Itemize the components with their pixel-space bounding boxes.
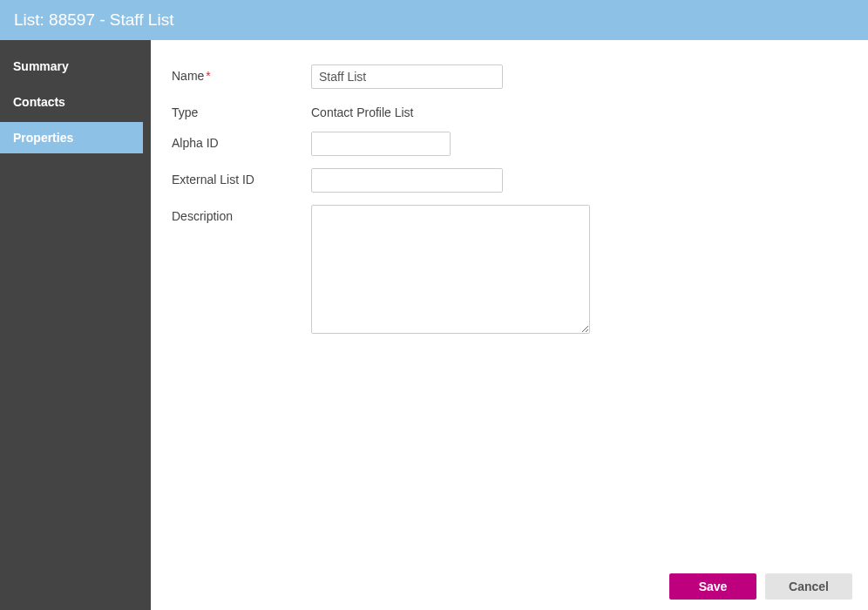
page-title: List: 88597 - Staff List — [14, 10, 173, 30]
sidebar-item-contacts[interactable]: Contacts — [0, 86, 143, 118]
name-label: Name* — [172, 64, 311, 83]
header: List: 88597 - Staff List — [0, 0, 868, 40]
type-label: Type — [172, 101, 311, 119]
description-textarea[interactable] — [311, 205, 590, 334]
alpha-id-label: Alpha ID — [172, 132, 311, 150]
sidebar-item-summary[interactable]: Summary — [0, 51, 143, 82]
main-content: Name* Type Contact Profile List Alpha ID… — [151, 40, 868, 610]
description-label: Description — [172, 205, 311, 223]
footer: Save Cancel — [151, 563, 868, 610]
sidebar-item-properties[interactable]: Properties — [0, 122, 143, 153]
required-indicator: * — [206, 69, 210, 83]
alpha-id-input[interactable] — [311, 132, 451, 156]
name-input[interactable] — [311, 64, 503, 89]
sidebar: Summary Contacts Properties — [0, 40, 151, 610]
type-value: Contact Profile List — [311, 101, 414, 119]
sidebar-item-label: Contacts — [13, 95, 65, 109]
save-button[interactable]: Save — [669, 573, 756, 600]
cancel-button[interactable]: Cancel — [765, 573, 852, 600]
form-area: Name* Type Contact Profile List Alpha ID… — [151, 40, 868, 563]
external-list-id-label: External List ID — [172, 168, 311, 186]
sidebar-item-label: Properties — [13, 131, 73, 145]
sidebar-item-label: Summary — [13, 59, 69, 73]
external-list-id-input[interactable] — [311, 168, 503, 193]
